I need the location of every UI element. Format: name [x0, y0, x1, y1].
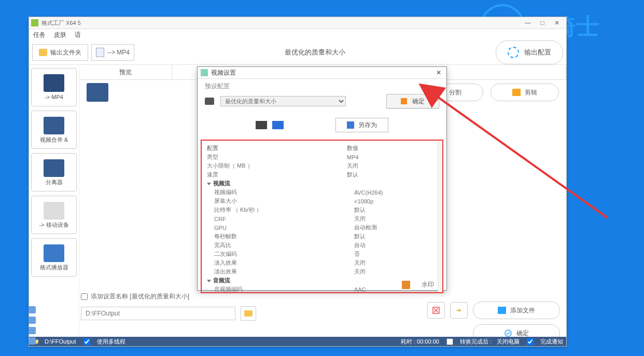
browse-folder-button[interactable] — [241, 306, 256, 321]
watermark-button[interactable]: 水印 — [402, 280, 434, 289]
menubar: 任务 皮肤 语 — [29, 29, 566, 40]
grid-row[interactable]: 类型MP4 — [207, 153, 437, 161]
multithread-checkbox[interactable] — [83, 338, 90, 345]
output-config-button[interactable]: 输出配置 — [496, 40, 563, 64]
grid-row[interactable]: 比特率 （ Kb/秒 ）默认 — [207, 206, 437, 214]
video-settings-dialog: 视频设置 ✕ 预设配置 最优化的质量和大小 确定 另存为 配置数值 类型MP4大… — [197, 66, 447, 291]
output-folder-label: 输出文件夹 — [50, 48, 81, 57]
preset-icon — [205, 98, 214, 105]
dialog-ok-button[interactable]: 确定 — [386, 94, 439, 108]
after-convert-checkbox[interactable] — [446, 338, 453, 345]
tool-rail: -> MP4 视频合并 & 分离器 -> 移动设备 格式播放器 — [29, 65, 79, 340]
output-folder-button[interactable]: 输出文件夹 — [32, 44, 88, 61]
export-button[interactable] — [450, 302, 468, 319]
grid-row[interactable]: 淡出效果关闭 — [207, 267, 437, 276]
folder-icon — [39, 49, 47, 56]
menu-lang[interactable]: 语 — [75, 31, 81, 39]
arrow-icon — [401, 98, 407, 104]
minimize-button[interactable]: — — [523, 19, 533, 26]
grid-row[interactable]: CRF关闭 — [207, 214, 437, 223]
status-time: 耗时 : 00:00:00 — [401, 338, 439, 346]
grid-header-val: 数值 — [347, 144, 437, 152]
statusbar: 📁 D:\FFOutput 使用多线程 耗时 : 00:00:00 转换完成后 … — [29, 337, 566, 346]
document-icon — [96, 48, 104, 57]
preset-label: 预设配置 — [205, 82, 439, 91]
preset-select[interactable]: 最优化的质量和大小 — [220, 96, 346, 106]
dialog-icon — [201, 69, 208, 76]
tool-mp4[interactable]: -> MP4 — [31, 68, 77, 106]
section-audio[interactable]: 音频流 — [213, 277, 230, 283]
grid-row[interactable]: 二次编码否 — [207, 250, 437, 258]
center-label: 最优化的质量和大小 — [134, 48, 496, 57]
close-button[interactable]: ✕ — [552, 19, 562, 26]
grid-row[interactable]: 宽高比自动 — [207, 241, 437, 250]
tool-mobile[interactable]: -> 移动设备 — [31, 196, 77, 234]
addfile-icon — [498, 307, 506, 314]
breadcrumb[interactable]: --> MP4 — [91, 44, 134, 61]
dialog-close-button[interactable]: ✕ — [434, 69, 443, 76]
notify-done-label: 完成通知 — [540, 338, 563, 346]
help-icon[interactable] — [272, 121, 284, 129]
window-title: 格式工厂 X64 5 — [41, 19, 523, 27]
after-convert-label: 转换完成后 : — [460, 338, 492, 346]
mobile-icon — [44, 202, 64, 220]
desktop-icons — [29, 306, 36, 345]
multithread-label: 使用多线程 — [97, 338, 125, 346]
mp4-icon — [44, 74, 64, 92]
grid-row[interactable]: 大小限制（ MB ）关闭 — [207, 161, 437, 170]
folder-icon — [244, 310, 253, 317]
trim-button[interactable]: 剪辑 — [491, 84, 559, 101]
menu-skin[interactable]: 皮肤 — [54, 31, 66, 39]
grid-row[interactable]: GPU自动检测 — [207, 223, 437, 232]
tool-player[interactable]: 格式播放器 — [31, 238, 77, 277]
output-path-input[interactable] — [81, 307, 235, 320]
rename-icon[interactable] — [256, 121, 267, 129]
grid-row[interactable]: 每秒帧数默认 — [207, 232, 437, 241]
grid-scrollbar[interactable] — [438, 141, 443, 292]
add-file-button[interactable]: 添加文件 — [473, 302, 560, 319]
grid-row[interactable]: 速度默认 — [207, 170, 437, 179]
dialog-title: 视频设置 — [211, 69, 236, 77]
save-icon — [347, 121, 354, 129]
maximize-button[interactable]: □ — [537, 19, 548, 26]
trim-icon — [512, 89, 521, 96]
section-video[interactable]: 视频流 — [213, 180, 230, 186]
titlebar: 格式工厂 X64 5 — □ ✕ — [29, 17, 566, 29]
notify-done-checkbox[interactable] — [527, 338, 534, 345]
split-icon — [44, 159, 64, 177]
menu-task[interactable]: 任务 — [33, 31, 46, 39]
after-convert-value: 关闭电脑 — [497, 338, 520, 346]
add-settings-checkbox[interactable] — [81, 293, 88, 300]
breadcrumb-text: --> MP4 — [107, 49, 130, 56]
toolbar: 输出文件夹 --> MP4 最优化的质量和大小 输出配置 — [29, 40, 566, 65]
add-settings-label: 添加设置名称 [最优化的质量和大小] — [91, 292, 189, 301]
remove-item-button[interactable] — [427, 302, 445, 319]
merge-icon — [44, 117, 64, 134]
app-icon — [31, 19, 38, 26]
tool-merge[interactable]: 视频合并 & — [31, 111, 77, 149]
tool-split[interactable]: 分离器 — [31, 153, 77, 191]
check-icon — [504, 329, 512, 337]
player-icon — [44, 244, 64, 262]
watermark-icon — [402, 281, 410, 289]
saveas-button[interactable]: 另存为 — [335, 118, 388, 132]
tab-preview[interactable]: 预览 — [79, 65, 172, 79]
grid-header-key: 配置 — [207, 144, 347, 152]
grid-row[interactable]: 屏幕大小<1080p — [207, 197, 437, 206]
clip-thumbnail[interactable] — [87, 83, 108, 102]
status-path: D:\FFOutput — [45, 338, 76, 345]
gear-icon — [508, 47, 519, 58]
grid-row[interactable]: 淡入效果关闭 — [207, 258, 437, 267]
output-config-label: 输出配置 — [524, 48, 551, 57]
grid-row[interactable]: 视频编码AVC(H264) — [207, 188, 437, 197]
settings-grid: 配置数值 类型MP4大小限制（ MB ）关闭速度默认 视频流 视频编码AVC(H… — [201, 140, 443, 293]
